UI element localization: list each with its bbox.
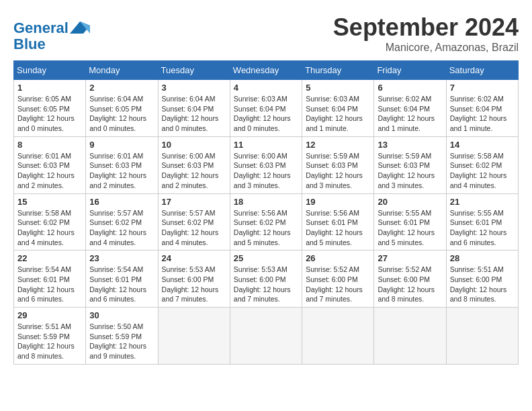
table-row: 30 Sunrise: 5:50 AMSunset: 5:59 PMDaylig… <box>86 308 158 365</box>
col-saturday: Saturday <box>446 61 518 80</box>
day-info: Sunrise: 5:55 AMSunset: 6:01 PMDaylight:… <box>378 208 442 248</box>
table-row: 16 Sunrise: 5:57 AMSunset: 6:02 PMDaylig… <box>86 193 158 250</box>
day-number: 20 <box>378 197 442 207</box>
day-number: 4 <box>234 83 298 93</box>
day-number: 1 <box>17 83 82 93</box>
day-number: 2 <box>89 83 154 93</box>
table-row: 28 Sunrise: 5:51 AMSunset: 6:00 PMDaylig… <box>446 250 518 308</box>
table-row: 7 Sunrise: 6:02 AMSunset: 6:04 PMDayligh… <box>446 80 518 137</box>
day-info: Sunrise: 5:56 AMSunset: 6:02 PMDaylight:… <box>234 208 298 248</box>
calendar-table: Sunday Monday Tuesday Wednesday Thursday… <box>13 60 519 365</box>
day-number: 6 <box>378 83 442 93</box>
table-row <box>302 308 374 365</box>
logo-icon <box>70 20 90 36</box>
day-number: 8 <box>17 140 82 150</box>
table-row: 24 Sunrise: 5:53 AMSunset: 6:00 PMDaylig… <box>158 250 230 308</box>
col-thursday: Thursday <box>302 61 374 80</box>
table-row: 2 Sunrise: 6:04 AMSunset: 6:05 PMDayligh… <box>86 80 158 137</box>
table-row: 12 Sunrise: 5:59 AMSunset: 6:03 PMDaylig… <box>302 136 374 193</box>
table-row: 25 Sunrise: 5:53 AMSunset: 6:00 PMDaylig… <box>230 250 302 308</box>
day-number: 9 <box>89 140 154 150</box>
day-info: Sunrise: 5:54 AMSunset: 6:01 PMDaylight:… <box>17 265 82 304</box>
day-info: Sunrise: 5:52 AMSunset: 6:00 PMDaylight:… <box>378 265 442 304</box>
day-info: Sunrise: 6:00 AMSunset: 6:03 PMDaylight:… <box>234 151 298 191</box>
col-tuesday: Tuesday <box>158 61 230 80</box>
day-number: 15 <box>17 197 82 207</box>
calendar-week-row: 8 Sunrise: 6:01 AMSunset: 6:03 PMDayligh… <box>14 136 519 193</box>
day-number: 13 <box>378 140 442 150</box>
day-info: Sunrise: 5:53 AMSunset: 6:00 PMDaylight:… <box>162 265 226 304</box>
table-row: 27 Sunrise: 5:52 AMSunset: 6:00 PMDaylig… <box>374 250 446 308</box>
table-row: 20 Sunrise: 5:55 AMSunset: 6:01 PMDaylig… <box>374 193 446 250</box>
day-number: 16 <box>89 197 154 207</box>
day-info: Sunrise: 5:58 AMSunset: 6:02 PMDaylight:… <box>17 208 82 248</box>
day-number: 5 <box>306 83 370 93</box>
table-row: 4 Sunrise: 6:03 AMSunset: 6:04 PMDayligh… <box>230 80 302 137</box>
calendar-week-row: 15 Sunrise: 5:58 AMSunset: 6:02 PMDaylig… <box>14 193 519 250</box>
table-row: 15 Sunrise: 5:58 AMSunset: 6:02 PMDaylig… <box>14 193 86 250</box>
calendar-week-row: 1 Sunrise: 6:05 AMSunset: 6:05 PMDayligh… <box>14 80 519 137</box>
day-info: Sunrise: 6:02 AMSunset: 6:04 PMDaylight:… <box>378 94 442 134</box>
day-info: Sunrise: 6:03 AMSunset: 6:04 PMDaylight:… <box>306 94 370 134</box>
table-row <box>230 308 302 365</box>
day-number: 3 <box>162 83 226 93</box>
day-number: 23 <box>89 253 154 263</box>
day-info: Sunrise: 5:53 AMSunset: 6:00 PMDaylight:… <box>234 265 298 304</box>
day-number: 26 <box>306 253 370 263</box>
day-info: Sunrise: 5:57 AMSunset: 6:02 PMDaylight:… <box>162 208 226 248</box>
day-number: 19 <box>306 197 370 207</box>
table-row: 29 Sunrise: 5:51 AMSunset: 5:59 PMDaylig… <box>14 308 86 365</box>
day-info: Sunrise: 6:05 AMSunset: 6:05 PMDaylight:… <box>17 94 82 134</box>
day-info: Sunrise: 5:57 AMSunset: 6:02 PMDaylight:… <box>89 208 154 248</box>
title-area: September 2024 Manicore, Amazonas, Brazi… <box>333 13 519 54</box>
month-title: September 2024 <box>333 13 519 42</box>
col-wednesday: Wednesday <box>230 61 302 80</box>
day-number: 24 <box>162 253 226 263</box>
table-row: 10 Sunrise: 6:00 AMSunset: 6:03 PMDaylig… <box>158 136 230 193</box>
day-info: Sunrise: 6:03 AMSunset: 6:04 PMDaylight:… <box>234 94 298 134</box>
day-info: Sunrise: 5:54 AMSunset: 6:01 PMDaylight:… <box>89 265 154 304</box>
calendar-week-row: 22 Sunrise: 5:54 AMSunset: 6:01 PMDaylig… <box>14 250 519 308</box>
day-info: Sunrise: 5:50 AMSunset: 5:59 PMDaylight:… <box>89 322 154 361</box>
day-info: Sunrise: 5:58 AMSunset: 6:02 PMDaylight:… <box>450 151 515 191</box>
table-row: 23 Sunrise: 5:54 AMSunset: 6:01 PMDaylig… <box>86 250 158 308</box>
table-row <box>158 308 230 365</box>
day-number: 11 <box>234 140 298 150</box>
day-info: Sunrise: 6:01 AMSunset: 6:03 PMDaylight:… <box>17 151 82 191</box>
day-number: 25 <box>234 253 298 263</box>
day-info: Sunrise: 6:01 AMSunset: 6:03 PMDaylight:… <box>89 151 154 191</box>
day-number: 27 <box>378 253 442 263</box>
day-info: Sunrise: 6:02 AMSunset: 6:04 PMDaylight:… <box>450 94 515 134</box>
day-info: Sunrise: 5:55 AMSunset: 6:01 PMDaylight:… <box>450 208 515 248</box>
calendar-header-row: Sunday Monday Tuesday Wednesday Thursday… <box>14 61 519 80</box>
day-number: 29 <box>17 310 82 320</box>
logo-text-blue: Blue <box>13 36 90 52</box>
day-info: Sunrise: 6:04 AMSunset: 6:04 PMDaylight:… <box>162 94 226 134</box>
col-sunday: Sunday <box>14 61 86 80</box>
table-row: 18 Sunrise: 5:56 AMSunset: 6:02 PMDaylig… <box>230 193 302 250</box>
day-info: Sunrise: 5:56 AMSunset: 6:01 PMDaylight:… <box>306 208 370 248</box>
day-info: Sunrise: 5:59 AMSunset: 6:03 PMDaylight:… <box>306 151 370 191</box>
col-monday: Monday <box>86 61 158 80</box>
table-row <box>374 308 446 365</box>
day-number: 21 <box>450 197 515 207</box>
table-row: 22 Sunrise: 5:54 AMSunset: 6:01 PMDaylig… <box>14 250 86 308</box>
table-row <box>446 308 518 365</box>
day-number: 14 <box>450 140 515 150</box>
day-number: 7 <box>450 83 515 93</box>
table-row: 3 Sunrise: 6:04 AMSunset: 6:04 PMDayligh… <box>158 80 230 137</box>
table-row: 13 Sunrise: 5:59 AMSunset: 6:03 PMDaylig… <box>374 136 446 193</box>
table-row: 26 Sunrise: 5:52 AMSunset: 6:00 PMDaylig… <box>302 250 374 308</box>
table-row: 11 Sunrise: 6:00 AMSunset: 6:03 PMDaylig… <box>230 136 302 193</box>
calendar-week-row: 29 Sunrise: 5:51 AMSunset: 5:59 PMDaylig… <box>14 308 519 365</box>
day-info: Sunrise: 5:51 AMSunset: 5:59 PMDaylight:… <box>17 322 82 361</box>
day-number: 12 <box>306 140 370 150</box>
table-row: 5 Sunrise: 6:03 AMSunset: 6:04 PMDayligh… <box>302 80 374 137</box>
day-number: 28 <box>450 253 515 263</box>
day-number: 17 <box>162 197 226 207</box>
col-friday: Friday <box>374 61 446 80</box>
table-row: 21 Sunrise: 5:55 AMSunset: 6:01 PMDaylig… <box>446 193 518 250</box>
logo-text-general: General <box>13 20 69 36</box>
location-title: Manicore, Amazonas, Brazil <box>333 42 519 54</box>
logo: General Blue <box>13 20 90 52</box>
